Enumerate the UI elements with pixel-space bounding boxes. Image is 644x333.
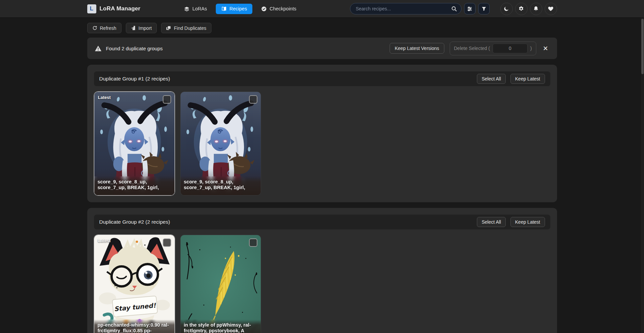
search-box[interactable] <box>350 3 461 14</box>
search-options-button[interactable] <box>464 3 476 14</box>
find-duplicates-label: Find Duplicates <box>174 25 206 31</box>
duplicates-icon <box>166 25 171 31</box>
page-scrollbar[interactable] <box>641 17 644 333</box>
file-import-icon <box>131 25 136 31</box>
app-brand[interactable]: L LoRA Manager <box>87 4 141 13</box>
group-2-select-all-button[interactable]: Select All <box>477 217 506 227</box>
selected-count-input[interactable] <box>493 44 528 53</box>
notifications-button[interactable] <box>530 3 542 15</box>
duplicate-group-2: Duplicate Group #2 (2 recipes) Select Al… <box>87 208 557 333</box>
card-checkbox[interactable] <box>249 95 257 104</box>
warning-icon <box>95 45 102 52</box>
recipe-caption: pp-enchanted-whimsy:0.90 ral-frctlgmtry_… <box>94 320 175 333</box>
moon-icon <box>503 6 509 12</box>
search-icon[interactable] <box>451 6 457 12</box>
layers-icon <box>184 6 190 12</box>
recipe-card[interactable]: score_9, score_8_up, score_7_up, BREAK, … <box>180 92 261 196</box>
delete-selected-button[interactable]: Delete Selected ( ) <box>450 42 536 55</box>
alert-message: Found 2 duplicate groups <box>106 46 163 51</box>
duplicate-group-1: Duplicate Group #1 (2 recipes) Select Al… <box>87 65 557 202</box>
tab-recipes-label: Recipes <box>230 6 247 11</box>
delete-selected-prefix: Delete Selected ( <box>454 46 490 51</box>
group-2-cards: Latest pp-enchanted-whimsy:0.90 ral-frct… <box>94 235 550 333</box>
sliders-icon <box>467 6 473 12</box>
tab-loras-label: LoRAs <box>192 6 207 11</box>
main-navigation: LoRAs Recipes Checkpoints <box>180 4 300 14</box>
group-2-header: Duplicate Group #2 (2 recipes) Select Al… <box>94 215 550 229</box>
gear-icon <box>518 6 524 12</box>
group-1-header: Duplicate Group #1 (2 recipes) Select Al… <box>94 71 550 86</box>
refresh-label: Refresh <box>100 25 116 31</box>
app-logo: L <box>87 4 96 13</box>
heart-icon <box>548 6 554 12</box>
toolbar: Refresh Import Find Duplicates <box>87 23 557 33</box>
funnel-icon <box>481 6 487 11</box>
find-duplicates-button[interactable]: Find Duplicates <box>161 23 211 33</box>
app-title: LoRA Manager <box>100 5 141 12</box>
app-logo-letter: L <box>90 5 93 12</box>
refresh-button[interactable]: Refresh <box>87 23 121 33</box>
group-1-cards: Latest score_9, score_8_up, score_7_up, … <box>94 92 550 196</box>
book-icon <box>221 6 227 12</box>
tab-checkpoints[interactable]: Checkpoints <box>257 4 300 14</box>
tab-recipes[interactable]: Recipes <box>216 4 252 14</box>
filter-button[interactable] <box>478 3 490 14</box>
search-area <box>350 3 490 14</box>
tab-loras[interactable]: LoRAs <box>180 4 211 14</box>
refresh-icon <box>92 25 97 31</box>
scrollbar-thumb[interactable] <box>641 19 644 74</box>
tab-checkpoints-label: Checkpoints <box>269 6 296 11</box>
recipe-caption: score_9, score_8_up, score_7_up, BREAK, … <box>181 176 261 195</box>
import-button[interactable]: Import <box>126 23 157 33</box>
card-checkbox[interactable] <box>163 95 171 104</box>
settings-button[interactable] <box>515 3 528 15</box>
latest-badge: Latest <box>98 95 111 100</box>
top-navbar: L LoRA Manager LoRAs Recipes C <box>0 0 644 17</box>
navbar-actions <box>500 3 557 15</box>
recipe-prompt-text: pp-enchanted-whimsy:0.90 ral-frctlgmtry_… <box>98 322 171 333</box>
card-checkbox[interactable] <box>163 238 171 247</box>
recipe-caption: score_9, score_8_up, score_7_up, BREAK, … <box>94 176 175 195</box>
duplicates-alert-bar: Found 2 duplicate groups Keep Latest Ver… <box>87 38 557 59</box>
recipe-card[interactable]: Latest score_9, score_8_up, score_7_up, … <box>94 92 175 196</box>
card-checkbox[interactable] <box>249 238 257 247</box>
support-button[interactable] <box>545 3 557 15</box>
recipe-caption: in the style of ppWhimsy, ral-frctlgmtry… <box>181 320 261 333</box>
search-input[interactable] <box>356 6 451 11</box>
import-label: Import <box>139 25 152 31</box>
keep-latest-versions-button[interactable]: Keep Latest Versions <box>390 43 444 54</box>
recipe-prompt-text: score_9, score_8_up, score_7_up, BREAK, … <box>184 179 257 191</box>
group-2-keep-latest-button[interactable]: Keep Latest <box>510 217 545 227</box>
recipe-card[interactable]: in the style of ppWhimsy, ral-frctlgmtry… <box>180 235 261 333</box>
latest-badge: Latest <box>98 238 111 243</box>
close-alert-button[interactable]: ✕ <box>542 44 550 53</box>
page-content: Refresh Import Find Duplicates Found 2 d… <box>87 23 557 333</box>
recipe-prompt-text: in the style of ppWhimsy, ral-frctlgmtry… <box>184 322 257 333</box>
theme-toggle-button[interactable] <box>500 3 513 15</box>
cat-stay-tuned-artwork <box>94 235 175 333</box>
recipe-card[interactable]: Latest pp-enchanted-whimsy:0.90 ral-frct… <box>94 235 175 333</box>
group-1-title: Duplicate Group #1 (2 recipes) <box>99 76 170 82</box>
group-2-title: Duplicate Group #2 (2 recipes) <box>99 219 170 225</box>
bell-icon <box>533 6 539 12</box>
recipe-prompt-text: score_9, score_8_up, score_7_up, BREAK, … <box>98 179 171 191</box>
group-1-select-all-button[interactable]: Select All <box>477 74 506 84</box>
delete-selected-suffix: ) <box>530 46 532 51</box>
check-circle-icon <box>261 6 267 12</box>
yellow-feather-artwork <box>181 235 261 333</box>
group-1-keep-latest-button[interactable]: Keep Latest <box>510 74 545 84</box>
